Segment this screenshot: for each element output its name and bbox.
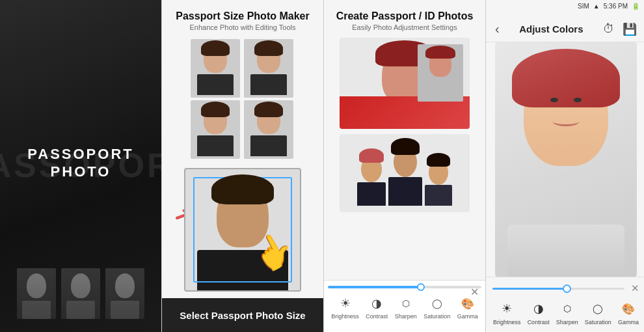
brightness-icon: ☀ <box>337 295 354 312</box>
toolbar-close-button[interactable]: ✕ <box>470 286 479 298</box>
big-hair <box>211 174 274 204</box>
p4-saturation-label: Saturation <box>585 319 611 325</box>
p4-toolbar-icons: ☀ Brightness ◑ Contrast ⬡ Sharpen ◯ Satu… <box>490 299 642 325</box>
big-photo-frame: 👆 <box>184 168 301 292</box>
id-small-card <box>418 44 463 102</box>
grid-photo-4 <box>244 100 293 159</box>
battery-icon: 🔋 <box>632 3 639 10</box>
left-eye <box>550 98 558 102</box>
group-person-3 <box>425 160 452 206</box>
panel-2-subtitle: Enhance Photo with Editing Tools <box>189 23 295 31</box>
status-bar: SIM ▲ 5:36 PM 🔋 <box>486 0 644 12</box>
saturation-icon: ◯ <box>429 295 446 312</box>
portrait-eyes <box>550 98 582 102</box>
grid-photo-2 <box>244 39 293 98</box>
color-slider-thumb[interactable] <box>563 284 571 293</box>
p4-saturation-icon: ◯ <box>589 299 607 318</box>
sharpen-icon: ⬡ <box>397 295 414 312</box>
id-small-face <box>429 49 451 77</box>
history-icon[interactable]: ⏱ <box>603 22 615 36</box>
portrait-body <box>507 225 624 277</box>
portrait-face <box>524 62 608 166</box>
p4-contrast-label: Contrast <box>528 319 550 325</box>
panel-3-toolbar: ✕ ☀ Brightness ◑ Contrast ⬡ Sharpen ◯ Sa… <box>324 280 485 332</box>
panel-1-title: PASSOPORT PHOTO <box>27 145 134 181</box>
title-line1: PASSOPORT <box>27 146 134 162</box>
panel-3-title: Create Passport / ID Photos <box>336 10 474 22</box>
saturation-tool[interactable]: ◯ Saturation <box>423 295 450 320</box>
p4-gamma-label: Gamma <box>618 319 639 325</box>
contrast-tool[interactable]: ◑ Contrast <box>366 295 388 320</box>
panel-2-footer[interactable]: Select Passport Photo Size <box>162 298 323 332</box>
sharpen-tool[interactable]: ⬡ Sharpen <box>395 295 417 320</box>
id-photo-bottom <box>340 134 470 212</box>
panel-3-subtitle: Easily Photo Adjustment Settings <box>352 23 457 31</box>
passport-thumb-3 <box>105 268 144 319</box>
p4-saturation-tool[interactable]: ◯ Saturation <box>585 299 611 325</box>
carrier-text: SIM <box>578 3 589 10</box>
portrait-bg <box>495 42 637 277</box>
save-icon[interactable]: 💾 <box>623 22 637 36</box>
passport-thumb-2 <box>61 268 100 319</box>
time-text: 5:36 PM <box>604 3 628 10</box>
grid-photo-1 <box>191 39 240 98</box>
p4-brightness-label: Brightness <box>493 319 521 325</box>
brightness-slider[interactable] <box>328 286 481 288</box>
p4-brightness-icon: ☀ <box>498 299 516 318</box>
color-slider[interactable] <box>492 288 624 290</box>
p4-gamma-tool[interactable]: 🎨 Gamma <box>618 299 639 325</box>
header-actions: ⏱ 💾 <box>603 22 637 36</box>
brightness-thumb[interactable] <box>417 283 425 291</box>
group-person-2 <box>388 147 422 206</box>
p4-sharpen-icon: ⬡ <box>558 299 576 318</box>
group-photo <box>340 134 470 212</box>
panel-2-footer-text: Select Passport Photo Size <box>180 310 305 321</box>
passport-photo-grid <box>191 39 295 159</box>
contrast-label: Contrast <box>366 313 388 320</box>
grid-photo-3 <box>191 100 240 159</box>
p4-brightness-tool[interactable]: ☀ Brightness <box>493 299 521 325</box>
panel-1-dark: PASSOPORT PASSOPORT PHOTO <box>0 0 161 332</box>
panel-4-header: ‹ Adjust Colors ⏱ 💾 <box>486 12 644 42</box>
panel-4-toolbar: ✕ ☀ Brightness ◑ Contrast ⬡ Sharpen ◯ Sa… <box>486 277 644 332</box>
p4-sharpen-tool[interactable]: ⬡ Sharpen <box>556 299 578 325</box>
panel-2-passport-maker: Passport Size Photo Maker Enhance Photo … <box>162 0 323 332</box>
p4-close-button[interactable]: ✕ <box>631 283 639 294</box>
p4-contrast-tool[interactable]: ◑ Contrast <box>528 299 550 325</box>
brightness-tool[interactable]: ☀ Brightness <box>331 295 359 320</box>
contrast-icon: ◑ <box>368 295 385 312</box>
group-person-1 <box>357 156 386 206</box>
portrait-area <box>495 42 637 277</box>
passport-thumbnail-strip <box>17 268 144 319</box>
p4-contrast-icon: ◑ <box>530 299 548 318</box>
title-line2: PHOTO <box>51 163 111 180</box>
gamma-label: Gamma <box>457 313 478 320</box>
back-button[interactable]: ‹ <box>495 21 500 36</box>
panel-2-title: Passport Size Photo Maker <box>176 10 309 22</box>
p4-gamma-icon: 🎨 <box>619 299 637 318</box>
right-eye <box>574 98 582 102</box>
id-small-hair <box>425 46 455 59</box>
id-photo-top <box>340 38 470 129</box>
color-slider-row: ✕ <box>490 283 642 294</box>
portrait-smile <box>553 117 579 126</box>
panel-4-adjust-colors: SIM ▲ 5:36 PM 🔋 ‹ Adjust Colors ⏱ 💾 <box>486 0 644 332</box>
saturation-label: Saturation <box>423 313 450 320</box>
toolbar-icons: ☀ Brightness ◑ Contrast ⬡ Sharpen ◯ Satu… <box>328 295 481 320</box>
passport-thumb-1 <box>17 268 56 319</box>
wifi-text: ▲ <box>593 3 600 10</box>
page-title: Adjust Colors <box>519 23 583 35</box>
brightness-label: Brightness <box>331 313 359 320</box>
panel-3-id-photos: Create Passport / ID Photos Easily Photo… <box>324 0 485 332</box>
p4-sharpen-label: Sharpen <box>556 319 578 325</box>
gamma-tool[interactable]: 🎨 Gamma <box>457 295 478 320</box>
sharpen-label: Sharpen <box>395 313 417 320</box>
